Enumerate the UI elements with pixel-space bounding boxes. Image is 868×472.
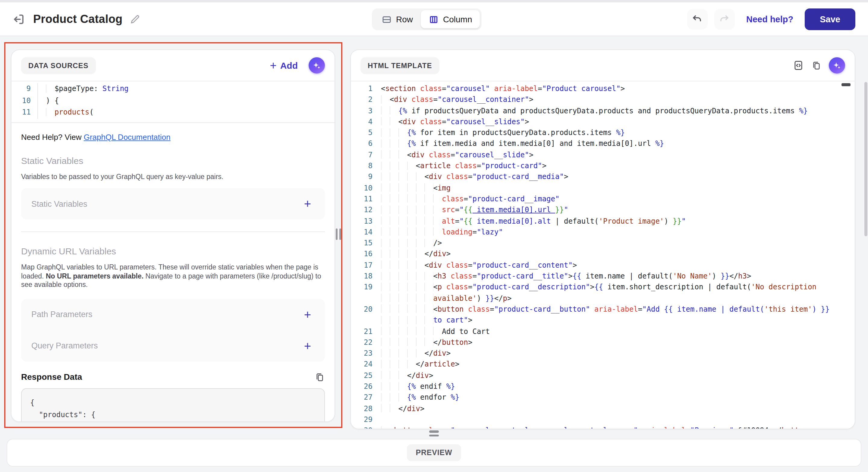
line-number (351, 315, 381, 326)
window-top-edge (0, 0, 868, 2)
copy-response-button[interactable] (315, 372, 325, 382)
line-number: 7 (351, 150, 381, 161)
line-number: 23 (351, 348, 381, 359)
line-number: 29 (351, 414, 381, 425)
dynamic-url-variables-heading: Dynamic URL Variables (21, 246, 325, 256)
line-number: 22 (351, 337, 381, 348)
static-variables-box: Static Variables + (21, 188, 325, 220)
line-number: 9 (351, 171, 381, 183)
static-variables-row: Static Variables + (31, 188, 315, 220)
code-line: 13alt="{{ item.media[0].alt | default('P… (351, 216, 855, 227)
redo-icon (719, 13, 730, 25)
url-parameters-box: Path Parameters + Query Parameters + (21, 299, 325, 362)
need-help-link[interactable]: Need help? (746, 14, 793, 24)
line-number: 5 (351, 127, 381, 138)
code-line: to cart"> (351, 315, 855, 326)
code-line: 19<p class="product-card__description">{… (351, 282, 855, 293)
add-static-variable-button[interactable]: + (301, 197, 315, 211)
code-line: 15/> (351, 238, 855, 249)
toggle-column-label: Column (443, 14, 472, 24)
code-line: 17<div class="product-card__content"> (351, 260, 855, 271)
sparkle-icon (312, 61, 321, 70)
save-button[interactable]: Save (805, 8, 855, 30)
line-number: 25 (351, 370, 381, 381)
line-number: 13 (351, 216, 381, 227)
code-line: 26{% endif %} (351, 381, 855, 392)
line-number: 24 (351, 359, 381, 370)
line-number: 6 (351, 138, 381, 150)
line-number: 4 (351, 116, 381, 127)
line-number: 27 (351, 392, 381, 403)
back-button[interactable] (13, 12, 26, 26)
path-parameters-row: Path Parameters + (31, 299, 315, 331)
no-url-parameters-note: No URL parameters available. (46, 273, 144, 280)
code-line: 5{% for item in productsQueryData.produc… (351, 127, 855, 138)
data-sources-panel: DATA SOURCES + Add 9$pageType: String10)… (11, 50, 335, 422)
code-line: 12src="{{ item.media[0].url }}" (351, 204, 855, 216)
html-template-editor[interactable]: 1<section class="carousel" aria-label="P… (351, 82, 855, 429)
preview-panel: PREVIEW (7, 439, 861, 467)
section-divider (21, 232, 325, 232)
copy-template-button[interactable] (811, 60, 822, 70)
line-number (351, 293, 381, 304)
back-icon (13, 12, 26, 26)
response-data-box[interactable]: { "products": { "filters": [ { "key": { (21, 388, 325, 422)
static-variables-description: Variables to be passed to your GraphQL q… (21, 172, 325, 181)
app-window: Product Catalog Row (0, 0, 868, 472)
sparkle-icon (832, 61, 841, 70)
code-line: 14loading="lazy" (351, 227, 855, 238)
graphql-docs-link[interactable]: GraphQL Documentation (84, 133, 170, 141)
pencil-icon (130, 13, 141, 24)
query-parameters-row: Query Parameters + (31, 331, 315, 362)
code-line: 10) { (11, 95, 335, 107)
code-line: 3{% if productsQueryData and productsQue… (351, 105, 855, 116)
ai-assist-button[interactable] (309, 57, 325, 73)
code-line: 11class="product-card__image" (351, 193, 855, 204)
line-number: 11 (351, 193, 381, 204)
line-number: 20 (351, 304, 381, 315)
response-data-json: { "products": { "filters": [ { "key": { (30, 397, 316, 422)
code-line: 23</div> (351, 348, 855, 359)
code-line: available') }}</p> (351, 293, 855, 304)
undo-button[interactable] (687, 9, 708, 29)
code-line: 2<div class="carousel__container"> (351, 94, 855, 105)
toggle-row-button[interactable]: Row (374, 10, 421, 28)
line-number: 12 (351, 204, 381, 216)
add-path-parameter-button[interactable]: + (301, 308, 315, 321)
line-number: 30 (351, 425, 381, 429)
static-variables-placeholder: Static Variables (31, 199, 87, 209)
layout-toggle: Row Column (372, 8, 482, 30)
page-scrollbar-thumb[interactable] (864, 82, 867, 236)
ai-assist-button[interactable] (829, 57, 845, 73)
query-parameters-label: Query Parameters (31, 342, 98, 350)
code-line: 24</article> (351, 359, 855, 370)
toggle-column-button[interactable]: Column (421, 10, 480, 28)
edit-title-button[interactable] (130, 13, 141, 24)
code-line: 7<div class="carousel__slide"> (351, 150, 855, 161)
copy-icon (315, 372, 325, 382)
panel-resize-handle-horizontal[interactable] (429, 431, 439, 436)
panel-resize-handle-vertical[interactable] (336, 228, 341, 240)
redo-button[interactable] (714, 9, 735, 29)
editor-scrollbar-thumb[interactable] (841, 83, 850, 86)
line-number: 10 (11, 95, 38, 107)
path-parameters-label: Path Parameters (31, 310, 93, 319)
graphql-query-editor[interactable]: 9$pageType: String10) {11products( (11, 82, 335, 123)
row-layout-icon (381, 14, 392, 24)
line-number: 10 (351, 182, 381, 193)
code-line: 9<div class="product-card__media"> (351, 171, 855, 183)
code-line: 1<section class="carousel" aria-label="P… (351, 83, 855, 94)
preview-button[interactable]: PREVIEW (407, 444, 461, 461)
page-title: Product Catalog (33, 12, 122, 26)
header-bar: Product Catalog Row (0, 2, 868, 36)
code-line: 21Add to Cart (351, 326, 855, 337)
code-line: 20<button class="product-card__button" a… (351, 304, 855, 315)
add-query-parameter-button[interactable]: + (301, 339, 315, 353)
undo-icon (692, 13, 703, 25)
format-code-button[interactable] (793, 60, 804, 71)
line-number: 18 (351, 271, 381, 282)
add-data-source-button[interactable]: + Add (266, 59, 301, 72)
line-number: 16 (351, 249, 381, 260)
line-number: 1 (351, 83, 381, 94)
line-number: 26 (351, 381, 381, 392)
